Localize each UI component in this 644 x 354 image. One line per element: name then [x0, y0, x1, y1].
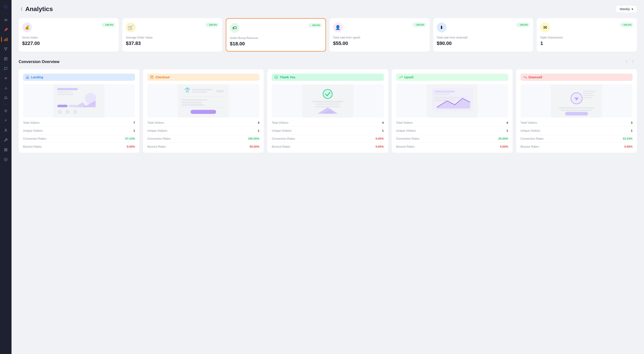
bounce-rate-value: 0.00% — [127, 145, 135, 148]
stat-card-top: 💰 ↑ 100.0% — [22, 22, 115, 32]
page-header: 《 Analytics Weekly ▾ — [18, 5, 637, 13]
stat-icon: 👤 — [333, 22, 343, 32]
svg-rect-39 — [182, 102, 202, 103]
stat-card-optin[interactable]: ✉ ↑ 100.0% Optin Submission 1 — [537, 18, 637, 51]
total-visitors-row: Total Visitors: 4 — [272, 121, 384, 127]
svg-rect-36 — [216, 90, 224, 92]
sidebar-icon-grid[interactable] — [2, 146, 10, 154]
stat-card-average-order[interactable]: 🛒 ↑ 100.0% Average Order Value $37.83 — [122, 18, 222, 51]
bounce-rate-label: Bounce Rates: — [520, 145, 540, 148]
total-visitors-value: 3 — [631, 121, 632, 124]
back-button[interactable]: 《 — [18, 6, 22, 12]
stat-card-upsell[interactable]: 👤 ↑ 100.0% Total sale from upsell $55.00 — [330, 18, 430, 51]
conversion-card-upsell: Upsell Total Visitors: 4 Unique Visitors… — [392, 69, 512, 153]
unique-visitors-value: 1 — [631, 129, 632, 132]
stat-label: Order Bump Revenue — [230, 36, 322, 40]
svg-rect-57 — [434, 100, 454, 101]
sidebar-icon-bar-chart[interactable] — [2, 84, 10, 92]
bounce-rate-label: Bounce Rates: — [147, 145, 166, 148]
nav-prev-button[interactable]: 《 — [623, 59, 629, 65]
badge-value: 100.0% — [105, 23, 113, 26]
svg-rect-63 — [583, 95, 594, 96]
stat-label: Gross Sales — [22, 36, 115, 39]
page-preview — [272, 84, 384, 118]
conversion-rate-value: 33.33% — [623, 137, 632, 140]
stat-icon: ✉ — [540, 22, 550, 32]
bounce-rate-value: 0.00% — [500, 145, 508, 148]
sidebar-icon-upload[interactable] — [2, 116, 10, 125]
sidebar-icon-settings-circle[interactable] — [2, 107, 10, 115]
unique-visitors-row: Unique Visitors: 1 — [520, 129, 632, 135]
period-selector[interactable]: Weekly ▾ — [616, 5, 637, 13]
home-icon — [26, 75, 29, 79]
bounce-rate-value: 0.00% — [376, 145, 384, 148]
bounce-rate-row: Bounce Rates: 50.00% — [147, 145, 259, 148]
sidebar-icon-user[interactable] — [2, 126, 10, 135]
sidebar-icon-chat[interactable] — [2, 64, 10, 73]
stat-card-order-bump[interactable]: 🏷 ↑ 100.0% Order Bump Revenue $18.00 — [226, 18, 326, 51]
sidebar-icon-funnel[interactable] — [2, 45, 10, 53]
sidebar-icon-play[interactable] — [2, 155, 10, 164]
card-label: Downsell — [528, 75, 542, 79]
card-header: Downsell — [520, 74, 632, 81]
svg-rect-48 — [315, 106, 340, 107]
svg-marker-3 — [4, 48, 7, 50]
trend-up-icon: ↑ — [207, 23, 208, 26]
stat-icon: 🏷 — [230, 23, 240, 33]
stat-card-top: 👤 ↑ 100.0% — [333, 22, 426, 32]
badge-value: 100.0% — [520, 23, 528, 26]
unique-visitors-label: Unique Visitors: — [23, 129, 43, 132]
stat-label: Optin Submission — [540, 36, 633, 39]
card-label: Upsell — [404, 75, 414, 79]
stat-label: Total sale from upsell — [333, 36, 426, 39]
sidebar-icon-woo[interactable]: W — [2, 74, 10, 83]
bounce-rate-value: 0.00% — [624, 145, 632, 148]
stat-value: 1 — [540, 40, 633, 46]
total-visitors-value: 4 — [258, 121, 259, 124]
unique-visitors-label: Unique Visitors: — [396, 129, 416, 132]
svg-rect-67 — [565, 112, 588, 116]
total-visitors-value: 7 — [134, 121, 135, 124]
conversion-rate-value: 100.00% — [248, 137, 259, 140]
sidebar-icon-logo[interactable]: ⬡ — [2, 3, 10, 11]
stat-badge: ↑ 100.0% — [620, 22, 633, 27]
sidebar-icon-pin[interactable]: 📌 — [2, 25, 10, 34]
total-visitors-label: Total Visitors: — [520, 121, 538, 124]
header-left: 《 Analytics — [18, 5, 53, 13]
unique-visitors-value: 1 — [134, 129, 135, 132]
total-visitors-label: Total Visitors: — [272, 121, 289, 124]
badge-value: 100.0% — [312, 24, 320, 26]
svg-rect-35 — [192, 91, 207, 93]
total-visitors-row: Total Visitors: 3 — [520, 121, 632, 127]
section-title: Conversion Overview — [18, 59, 60, 64]
svg-rect-13 — [4, 149, 6, 150]
chevron-down-icon: ▾ — [632, 7, 633, 11]
sidebar-icon-pages[interactable] — [2, 55, 10, 63]
stat-badge: ↑ 100.0% — [205, 22, 219, 27]
svg-rect-27 — [69, 105, 76, 107]
sidebar-icon-tool[interactable] — [2, 136, 10, 144]
svg-rect-64 — [583, 97, 592, 98]
trending-down-icon — [523, 75, 527, 79]
trend-up-icon: ↑ — [103, 23, 104, 26]
sidebar-icon-bell[interactable] — [2, 94, 10, 102]
trend-up-icon: ↑ — [518, 23, 519, 26]
stat-icon: ⬇ — [437, 22, 446, 32]
stat-value: $227.00 — [22, 40, 115, 46]
sidebar-icon-mail[interactable]: ✉ — [2, 16, 10, 24]
badge-value: 100.0% — [209, 23, 217, 26]
card-header: Checkout — [147, 74, 259, 81]
stat-card-top: 🛒 ↑ 100.0% — [126, 22, 219, 32]
stat-card-gross-sales[interactable]: 💰 ↑ 100.0% Gross Sales $227.00 — [18, 18, 119, 51]
svg-point-28 — [58, 110, 62, 114]
stat-badge: ↑ 100.0% — [102, 22, 115, 27]
svg-rect-4 — [4, 57, 7, 60]
nav-next-button[interactable]: 》 — [631, 59, 637, 65]
stat-label: Average Order Value — [126, 36, 219, 39]
page-title: Analytics — [25, 5, 53, 13]
sidebar-icon-analytics[interactable] — [2, 35, 10, 44]
stat-badge: ↑ 100.0% — [308, 23, 322, 27]
stat-card-downsell[interactable]: ⬇ ↑ 100.0% Total sale from downsell $90.… — [433, 18, 534, 51]
conversion-grid: Landing Total Visitors: 7 — [18, 69, 637, 153]
conversion-rate-row: Conversion Rates: 100.00% — [147, 137, 259, 143]
